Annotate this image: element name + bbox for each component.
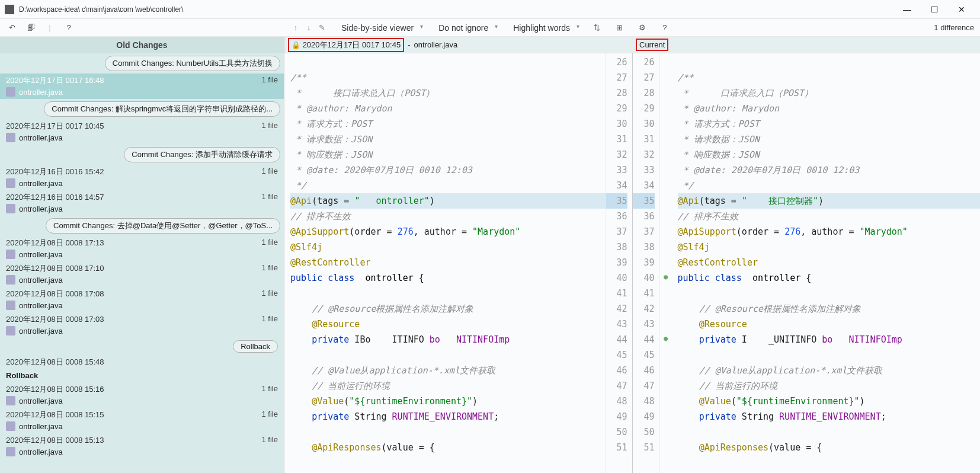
gutter-icon — [660, 146, 672, 161]
help-icon[interactable]: ? — [63, 22, 75, 34]
file-icon — [6, 326, 15, 335]
file-icon — [6, 421, 15, 431]
left-code-pane[interactable]: /** * 接口请求总入口（POST） * @author: Marydon *… — [284, 53, 633, 473]
code-line: private String RUNTIME_ENVIRONMENT; — [678, 409, 981, 424]
gutter-icon: ● — [660, 269, 672, 285]
prev-diff-icon[interactable]: ↑ — [290, 23, 301, 33]
history-entry[interactable]: 2020年12月17日 0017 10:451 fileontroller.ja… — [0, 119, 284, 145]
code-line: * 接口请求总入口（POST） — [290, 85, 605, 101]
sidebar-header: Old Changes — [0, 37, 284, 53]
code-line: /** — [290, 70, 605, 85]
line-number: 49 — [633, 409, 655, 424]
left-revision-label: 2020年12月17日 0017 10:45 — [303, 40, 401, 49]
code-line: // 排序不生效 — [678, 209, 981, 224]
code-line: private String RUNTIME_ENVIRONMENT; — [290, 409, 605, 424]
code-line: */ — [678, 178, 981, 193]
line-number: 30 — [633, 116, 655, 132]
file-icon[interactable]: 🗐 — [25, 22, 37, 34]
app-icon — [5, 5, 14, 14]
code-line: private IBo ITINFO bo NITINFOImp — [290, 332, 605, 347]
history-entry[interactable]: 2020年12月08日 0008 17:081 fileontroller.ja… — [0, 287, 284, 312]
line-number: 38 — [633, 239, 655, 255]
gutter-icon — [660, 408, 672, 423]
gutter-icon — [660, 207, 672, 223]
help-icon[interactable]: ? — [659, 22, 671, 34]
entry-timestamp: 2020年12月17日 0017 10:45 — [6, 121, 104, 132]
code-line: * @author: Marydon — [290, 101, 605, 116]
history-entry[interactable]: 2020年12月08日 0008 15:48 — [0, 355, 284, 367]
code-line: // @Resource根据属性名添加注解对象 — [290, 301, 605, 317]
entry-timestamp: 2020年12月16日 0016 15:42 — [6, 167, 104, 177]
gutter-icon — [660, 177, 672, 192]
right-code-pane[interactable]: 2627282930313233343536373839404142434445… — [633, 53, 981, 473]
line-number: 39 — [633, 255, 655, 270]
gutter-icon — [660, 100, 672, 115]
line-number: 29 — [633, 101, 655, 116]
line-number: 51 — [633, 440, 655, 455]
line-number: 38 — [606, 239, 627, 255]
diff-viewer: 🔒 2020年12月17日 0017 10:45 - ontroller.jav… — [284, 37, 980, 473]
code-line: public class ontroller { — [290, 270, 605, 286]
file-icon — [6, 204, 15, 213]
commit-tag[interactable]: Commit Changes: 解决springmvc将返回的字符串识别成路径的… — [44, 101, 280, 117]
entry-timestamp: 2020年12月08日 0008 15:15 — [6, 410, 104, 420]
close-button[interactable]: ✕ — [948, 0, 975, 19]
left-file-label: ontroller.java — [414, 40, 457, 49]
line-number: 27 — [633, 70, 655, 85]
history-entry[interactable]: 2020年12月08日 0008 15:131 fileontroller.ja… — [0, 433, 284, 459]
code-line: @RestController — [678, 255, 981, 270]
line-number: 28 — [606, 85, 627, 101]
line-number: 28 — [633, 85, 655, 101]
minimize-button[interactable]: — — [893, 0, 921, 19]
history-entry[interactable]: 2020年12月08日 0008 17:031 fileontroller.ja… — [0, 312, 284, 338]
maximize-button[interactable]: ☐ — [921, 0, 948, 19]
commit-tag[interactable]: Commit Changes: NumberUtils工具类方法切换 — [105, 56, 280, 71]
gutter-icon — [660, 423, 672, 439]
gutter-icon — [660, 69, 672, 84]
rollback-tag[interactable]: Rollback — [233, 340, 278, 353]
undo-icon[interactable]: ↶ — [6, 22, 18, 34]
commit-tag[interactable]: Commit Changes: 去掉@Data使用@Setter，@Getter… — [46, 218, 280, 234]
collapse-icon[interactable]: ⇅ — [591, 22, 603, 34]
code-line: * 请求方式：POST — [290, 116, 605, 132]
entry-filename: ontroller.java — [19, 301, 63, 310]
history-entry[interactable]: 2020年12月08日 0008 15:161 fileontroller.ja… — [0, 382, 284, 408]
file-icon — [6, 133, 15, 142]
history-entry[interactable]: 2020年12月16日 0016 14:571 fileontroller.ja… — [0, 190, 284, 216]
code-line: @Slf4j — [678, 239, 981, 255]
lock-icon: 🔒 — [292, 41, 300, 49]
entry-filename: ontroller.java — [19, 133, 63, 142]
history-entry[interactable]: 2020年12月08日 0008 17:101 fileontroller.ja… — [0, 261, 284, 287]
history-entry[interactable]: 2020年12月17日 0017 16:481 fileontroller.ja… — [0, 73, 284, 99]
commit-tag[interactable]: Commit Changes: 添加手动清除缓存请求 — [124, 147, 280, 162]
line-number: 31 — [633, 132, 655, 147]
history-entry[interactable]: 2020年12月08日 0008 17:131 fileontroller.ja… — [0, 236, 284, 261]
code-line — [678, 424, 981, 440]
viewer-mode-select[interactable]: Side-by-side viewer — [338, 22, 424, 34]
code-line: * 响应数据：JSON — [290, 147, 605, 162]
line-number: 42 — [606, 301, 627, 317]
history-sidebar[interactable]: Old Changes Commit Changes: NumberUtils工… — [0, 37, 284, 473]
sync-scroll-icon[interactable]: ⊞ — [614, 22, 626, 34]
edit-icon[interactable]: ✎ — [316, 23, 327, 33]
history-entry[interactable]: 2020年12月08日 0008 15:151 fileontroller.ja… — [0, 408, 284, 433]
code-line: /** — [678, 70, 981, 85]
line-number: 44 — [606, 332, 627, 347]
gutter-icon — [660, 115, 672, 130]
line-number: 46 — [606, 363, 627, 378]
code-line: @RestController — [290, 255, 605, 270]
line-number: 35 — [633, 193, 655, 209]
entry-filecount: 1 file — [262, 167, 278, 177]
history-entry[interactable]: 2020年12月16日 0016 15:421 fileontroller.ja… — [0, 165, 284, 190]
entry-filename: ontroller.java — [19, 179, 63, 188]
highlight-select[interactable]: Highlight words — [510, 22, 581, 34]
line-number: 32 — [633, 147, 655, 162]
ignore-select[interactable]: Do not ignore — [435, 22, 499, 34]
code-line — [678, 55, 981, 70]
line-number: 46 — [633, 363, 655, 378]
code-line: // 当前运行的环境 — [290, 378, 605, 394]
gutter-icon — [660, 192, 672, 207]
line-number: 44 — [633, 332, 655, 347]
gear-icon[interactable]: ⚙ — [636, 22, 648, 34]
next-diff-icon[interactable]: ↓ — [303, 23, 314, 33]
